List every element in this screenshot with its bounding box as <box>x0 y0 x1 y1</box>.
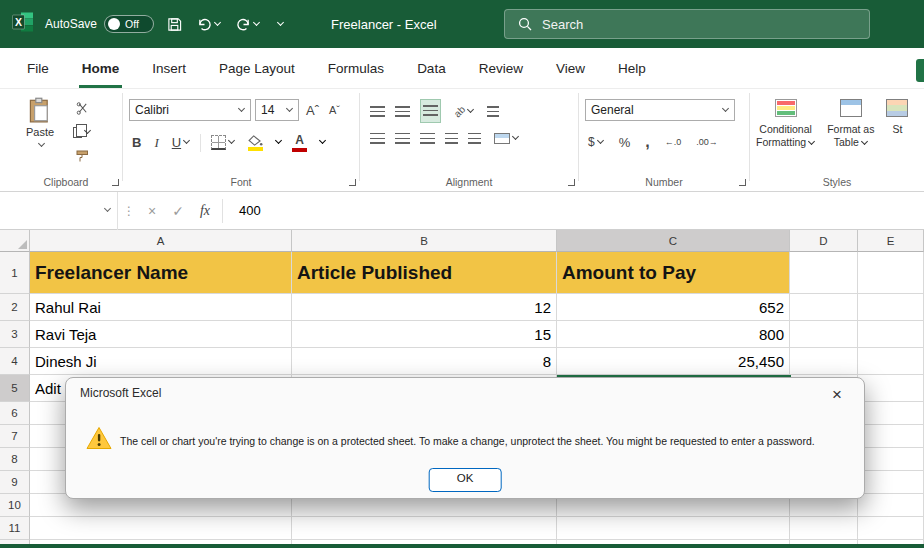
autosave-toggle[interactable]: Off <box>104 15 154 33</box>
name-box[interactable] <box>0 192 118 230</box>
cell-E7[interactable] <box>858 425 924 448</box>
row-header-10[interactable]: 10 <box>0 494 30 517</box>
save-button[interactable] <box>165 15 184 34</box>
share-button-partial[interactable] <box>916 59 924 82</box>
cell-B11[interactable] <box>292 517 557 540</box>
excel-app-icon[interactable]: X <box>12 11 34 37</box>
bottom-align-button[interactable] <box>420 99 441 123</box>
search-box[interactable]: Search <box>504 9 870 39</box>
cell-C3[interactable]: 800 <box>557 321 790 348</box>
row-header-8[interactable]: 8 <box>0 448 30 471</box>
cancel-button[interactable]: × <box>140 203 164 219</box>
align-right-icon[interactable] <box>420 133 435 144</box>
cell-B1[interactable]: Article Published <box>292 252 557 294</box>
decrease-decimal-button[interactable]: .00→ <box>693 135 721 149</box>
cell-styles-button-partial[interactable]: St <box>880 99 914 136</box>
cell-C2[interactable]: 652 <box>557 294 790 321</box>
tab-page-layout[interactable]: Page Layout <box>216 51 298 88</box>
cell-E3[interactable] <box>858 321 924 348</box>
row-header-5[interactable]: 5 <box>0 375 30 402</box>
redo-button[interactable] <box>234 16 262 33</box>
row-header-7[interactable]: 7 <box>0 425 30 448</box>
decrease-indent-icon[interactable] <box>445 133 458 144</box>
cell-A2[interactable]: Rahul Rai <box>30 294 292 321</box>
insert-function-button[interactable]: fx <box>192 203 218 219</box>
italic-button[interactable]: I <box>151 133 161 153</box>
paste-button[interactable]: Paste <box>18 97 62 150</box>
conditional-formatting-button[interactable]: Conditional Formatting <box>750 99 821 149</box>
cell-E8[interactable] <box>858 448 924 471</box>
cell-A3[interactable]: Ravi Teja <box>30 321 292 348</box>
font-size-combobox[interactable]: 14 <box>255 99 299 121</box>
cell-E5[interactable] <box>858 375 924 402</box>
cell-B2[interactable]: 12 <box>292 294 557 321</box>
cell-E6[interactable] <box>858 402 924 425</box>
column-header-A[interactable]: A <box>30 230 292 252</box>
cell-E9[interactable] <box>858 471 924 494</box>
cell-C11[interactable] <box>557 517 790 540</box>
cell-D11[interactable] <box>790 517 858 540</box>
row-header-3[interactable]: 3 <box>0 321 30 348</box>
comma-style-button[interactable]: , <box>642 131 652 153</box>
select-all-button[interactable] <box>0 230 30 252</box>
formula-input[interactable]: 400 <box>227 203 261 218</box>
borders-button[interactable] <box>208 133 238 152</box>
clipboard-dialog-launcher[interactable] <box>112 179 119 186</box>
tab-view[interactable]: View <box>553 51 588 88</box>
enter-button[interactable]: ✓ <box>164 203 192 219</box>
bold-button[interactable]: B <box>129 133 144 152</box>
cell-B4[interactable]: 8 <box>292 348 557 375</box>
align-left-icon[interactable] <box>370 133 385 144</box>
cell-D4[interactable] <box>790 348 858 375</box>
format-painter-button[interactable] <box>70 148 94 165</box>
orientation-button[interactable]: ab <box>451 104 477 119</box>
cell-C1[interactable]: Amount to Pay <box>557 252 790 294</box>
cell-A11[interactable] <box>30 517 292 540</box>
cell-E10[interactable] <box>858 494 924 517</box>
tab-insert[interactable]: Insert <box>149 51 189 88</box>
row-header-6[interactable]: 6 <box>0 402 30 425</box>
font-name-combobox[interactable]: Calibri <box>129 99 251 121</box>
font-dialog-launcher[interactable] <box>349 179 356 186</box>
row-header-11[interactable]: 11 <box>0 517 30 540</box>
merge-and-center-button[interactable] <box>491 131 522 146</box>
accounting-format-button[interactable]: $ <box>585 133 607 151</box>
autosave-control[interactable]: AutoSave Off <box>45 15 154 33</box>
tab-file[interactable]: File <box>24 51 52 88</box>
cell-E2[interactable] <box>858 294 924 321</box>
decrease-font-size-button[interactable]: Aˇ <box>326 102 343 118</box>
increase-decimal-button[interactable]: ←.0 <box>662 135 685 149</box>
column-header-E[interactable]: E <box>858 230 924 252</box>
fill-color-button[interactable] <box>245 133 266 153</box>
align-center-icon[interactable] <box>395 133 410 144</box>
undo-button[interactable] <box>195 16 223 33</box>
wrap-text-icon[interactable] <box>487 106 499 117</box>
increase-indent-icon[interactable] <box>468 133 481 144</box>
cell-A1[interactable]: Freelancer Name <box>30 252 292 294</box>
number-dialog-launcher[interactable] <box>739 179 746 186</box>
dialog-ok-button[interactable]: OK <box>429 468 502 492</box>
percent-style-button[interactable]: % <box>616 133 634 152</box>
alignment-dialog-launcher[interactable] <box>568 179 575 186</box>
cell-C4[interactable]: 25,450 <box>557 348 790 375</box>
row-header-2[interactable]: 2 <box>0 294 30 321</box>
top-align-icon[interactable] <box>370 106 385 117</box>
dialog-close-button[interactable]: × <box>826 383 848 407</box>
cell-E1[interactable] <box>858 252 924 294</box>
cell-D1[interactable] <box>790 252 858 294</box>
tab-review[interactable]: Review <box>476 51 526 88</box>
tab-data[interactable]: Data <box>414 51 449 88</box>
column-header-C[interactable]: C <box>557 230 790 252</box>
increase-font-size-button[interactable]: Aˆ <box>303 101 322 120</box>
row-header-9[interactable]: 9 <box>0 471 30 494</box>
underline-button[interactable]: U <box>169 133 193 152</box>
customize-quick-access-toolbar-button[interactable] <box>273 20 286 29</box>
cut-button[interactable] <box>70 100 94 117</box>
tab-home[interactable]: Home <box>79 51 123 88</box>
cell-E4[interactable] <box>858 348 924 375</box>
font-color-button[interactable]: A <box>289 131 310 154</box>
column-header-B[interactable]: B <box>292 230 557 252</box>
row-header-1[interactable]: 1 <box>0 252 30 294</box>
cell-D2[interactable] <box>790 294 858 321</box>
number-format-combobox[interactable]: General <box>585 99 735 121</box>
